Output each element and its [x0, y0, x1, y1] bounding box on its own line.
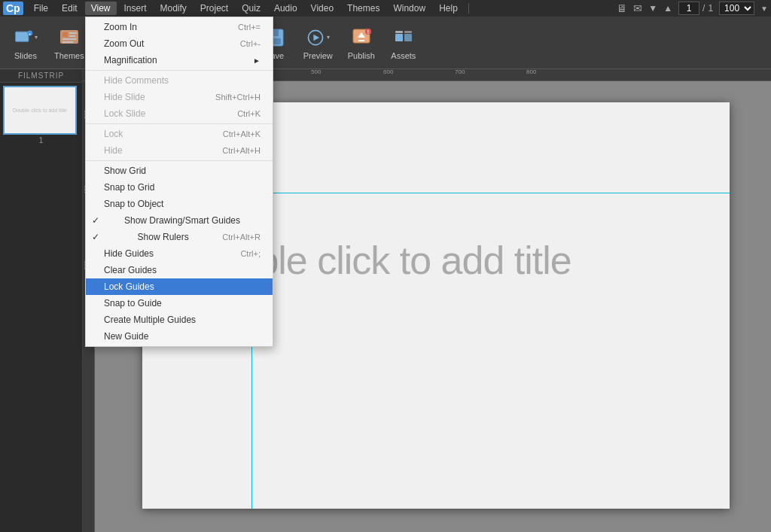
svg-rect-5 — [69, 32, 77, 34]
menu-snap-to-guide[interactable]: Snap to Guide — [86, 295, 273, 312]
show-rulers-shortcut: Ctrl+Alt+R — [222, 233, 261, 242]
menu-hide-slide: Hide Slide Shift+Ctrl+H — [86, 89, 273, 105]
zoom-select[interactable]: 100 75 50 150 200 — [719, 2, 754, 15]
menu-themes[interactable]: Themes — [341, 2, 386, 15]
menu-separator — [468, 3, 469, 14]
zoom-in-shortcut: Ctrl+= — [238, 23, 261, 32]
filmstrip-slide-1[interactable]: Double click to add title 1 — [0, 83, 82, 147]
menu-clear-guides[interactable]: Clear Guides — [86, 262, 273, 278]
menu-hide-comments: Hide Comments — [86, 72, 273, 89]
publish-icon: ! — [350, 26, 373, 49]
menu-show-rulers[interactable]: ✓ Show Rulers Ctrl+Alt+R — [86, 229, 273, 245]
arrow-up-icon: ▲ — [663, 3, 672, 14]
svg-text:!: ! — [367, 29, 369, 35]
filmstrip-slide-number: 1 — [3, 136, 79, 144]
show-grid-label: Show Grid — [104, 166, 146, 176]
menu-help[interactable]: Help — [433, 2, 464, 15]
lock-label: Lock — [104, 129, 123, 139]
menu-insert[interactable]: Insert — [118, 2, 153, 15]
themes-label: Themes — [54, 51, 84, 60]
menu-project[interactable]: Project — [194, 2, 234, 15]
menu-lock-guides[interactable]: Lock Guides — [86, 278, 273, 295]
svg-rect-8 — [62, 41, 73, 43]
svg-rect-29 — [395, 31, 403, 33]
preview-button[interactable]: ▾ Preview — [297, 20, 339, 65]
hide-label: Hide — [104, 145, 123, 156]
menu-audio[interactable]: Audio — [268, 2, 303, 15]
filmstrip-panel: FILMSTRIP Double click to add title 1 — [0, 69, 83, 532]
menu-bar: Cp File Edit View Insert Modify Project … — [0, 0, 771, 17]
hide-shortcut: Ctrl+Alt+H — [222, 146, 261, 155]
publish-label: Publish — [348, 51, 375, 60]
menu-modify[interactable]: Modify — [154, 2, 193, 15]
lock-guides-label: Lock Guides — [104, 281, 154, 292]
lock-shortcut: Ctrl+Alt+K — [223, 129, 261, 138]
menu-edit[interactable]: Edit — [56, 2, 84, 15]
menu-snap-to-grid[interactable]: Snap to Grid — [86, 179, 273, 196]
menu-zoom-out[interactable]: Zoom Out Ctrl+- — [86, 35, 273, 52]
slides-icon: + — [14, 26, 33, 49]
menu-view[interactable]: View — [85, 2, 117, 15]
hide-comments-label: Hide Comments — [104, 75, 169, 86]
menu-hide-guides[interactable]: Hide Guides Ctrl+; — [86, 245, 273, 262]
page-separator: / — [702, 3, 705, 14]
menu-lock-slide: Lock Slide Ctrl+K — [86, 105, 273, 122]
svg-rect-27 — [395, 34, 403, 41]
menu-snap-to-object[interactable]: Snap to Object — [86, 196, 273, 212]
svg-rect-7 — [62, 38, 76, 40]
svg-rect-28 — [404, 34, 412, 41]
menu-zoom-in[interactable]: Zoom In Ctrl+= — [86, 19, 273, 35]
arrow-down-icon: ▼ — [648, 3, 657, 14]
sep-2 — [86, 123, 273, 124]
hide-slide-shortcut: Shift+Ctrl+H — [215, 93, 261, 102]
lock-slide-shortcut: Ctrl+K — [237, 109, 261, 118]
svg-text:+: + — [29, 31, 31, 35]
app-logo: Cp — [3, 2, 23, 15]
menu-create-multiple-guides[interactable]: Create Multiple Guides — [86, 312, 273, 328]
preview-dropdown-arrow: ▾ — [327, 34, 330, 41]
assets-icon — [392, 26, 415, 49]
assets-icon-area — [392, 26, 416, 50]
filmstrip-thumb-text: Double click to add title — [10, 105, 70, 116]
zoom-out-shortcut: Ctrl+- — [240, 39, 261, 48]
menu-show-drawing-guides[interactable]: ✓ Show Drawing/Smart Guides — [86, 212, 273, 229]
menu-video[interactable]: Video — [305, 2, 340, 15]
snap-to-grid-label: Snap to Grid — [104, 182, 154, 193]
slides-button[interactable]: + ▾ Slides — [6, 20, 45, 65]
menu-hide: Hide Ctrl+Alt+H — [86, 142, 273, 159]
mail-icon: ✉ — [633, 2, 642, 14]
publish-button[interactable]: ! Publish — [342, 20, 381, 65]
rulers-check: ✓ — [92, 232, 104, 242]
lock-slide-label: Lock Slide — [104, 108, 145, 119]
filmstrip-thumb-1: Double click to add title — [3, 86, 77, 135]
svg-marker-21 — [314, 34, 320, 41]
page-navigation: 1 / 1 — [678, 2, 713, 15]
new-guide-label: New Guide — [104, 331, 148, 342]
show-drawing-guides-label: Show Drawing/Smart Guides — [124, 215, 240, 226]
monitor-icon: 🖥 — [617, 2, 627, 14]
menu-window[interactable]: Window — [387, 2, 431, 15]
menu-show-grid[interactable]: Show Grid — [86, 163, 273, 179]
sep-3 — [86, 160, 273, 161]
drawing-guides-check: ✓ — [92, 215, 104, 226]
menu-file[interactable]: File — [28, 2, 54, 15]
svg-rect-24 — [358, 40, 364, 41]
slides-icon-area: + ▾ — [14, 26, 38, 50]
themes-button[interactable]: Themes — [48, 20, 90, 65]
themes-icon-area — [57, 26, 81, 50]
slides-label: Slides — [14, 51, 37, 60]
zoom-dropdown-arrow: ▼ — [760, 5, 768, 13]
assets-button[interactable]: Assets — [384, 20, 423, 65]
magnification-label: Magnification — [104, 55, 157, 65]
current-page-input[interactable]: 1 — [678, 2, 699, 15]
sep-1 — [86, 70, 273, 71]
menu-new-guide[interactable]: New Guide — [86, 328, 273, 345]
preview-icon — [306, 26, 325, 49]
svg-rect-0 — [16, 32, 29, 41]
svg-rect-30 — [404, 31, 412, 33]
magnification-arrow: ► — [253, 56, 261, 65]
menu-quiz[interactable]: Quiz — [236, 2, 267, 15]
assets-label: Assets — [391, 51, 416, 60]
snap-to-guide-label: Snap to Guide — [104, 298, 162, 309]
menu-magnification[interactable]: Magnification ► — [86, 52, 273, 68]
